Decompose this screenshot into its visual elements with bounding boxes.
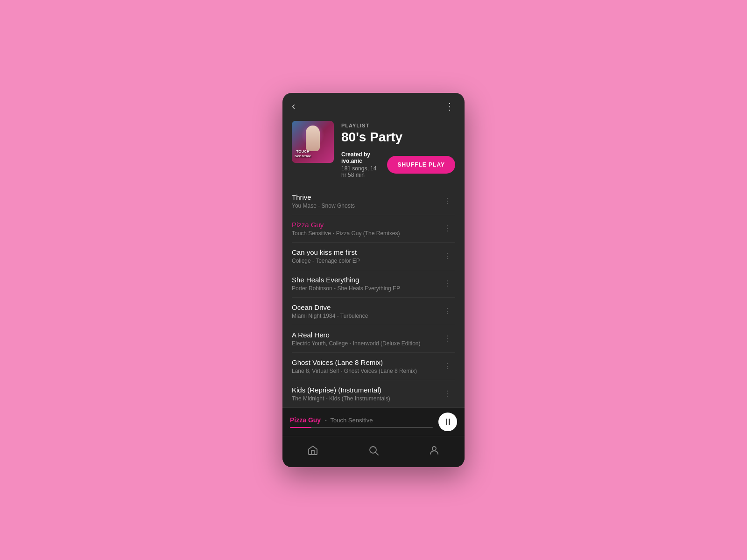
- playlist-creator-info: Created by ivo.anic 181 songs, 14 hr 58 …: [341, 151, 382, 178]
- created-by-prefix: Created by: [341, 151, 370, 158]
- playlist-info: TOUCHSensitive PLAYLIST 80's Party Creat…: [282, 116, 465, 188]
- pause-button[interactable]: [438, 413, 457, 431]
- song-subtitle: College - Teenage color EP: [292, 258, 440, 264]
- song-info: Pizza GuyTouch Sensitive - Pizza Guy (Th…: [292, 221, 440, 237]
- list-item[interactable]: She Heals EverythingPorter Robinson - Sh…: [292, 270, 455, 298]
- song-title: She Heals Everything: [292, 276, 440, 284]
- song-info: A Real HeroElectric Youth, College - Inn…: [292, 331, 440, 347]
- song-title: Ghost Voices (Lane 8 Remix): [292, 358, 440, 366]
- svg-line-1: [376, 452, 379, 455]
- song-title: Thrive: [292, 193, 440, 201]
- now-playing-bar: Pizza Guy - Touch Sensitive: [282, 407, 465, 436]
- album-art: TOUCHSensitive: [292, 121, 334, 163]
- song-count: 181 songs, 14 hr 58 min: [341, 165, 382, 178]
- song-list: ThriveYou Mase - Snow Ghosts⋮Pizza GuyTo…: [282, 188, 465, 407]
- now-playing-text: Pizza Guy - Touch Sensitive: [290, 416, 433, 424]
- more-options-button[interactable]: ⋮: [445, 104, 455, 109]
- pause-bar-left: [446, 419, 447, 425]
- song-more-button[interactable]: ⋮: [440, 390, 455, 398]
- playlist-meta: PLAYLIST 80's Party Created by ivo.anic …: [341, 121, 455, 178]
- now-playing-info: Pizza Guy - Touch Sensitive: [290, 416, 433, 428]
- list-item[interactable]: ThriveYou Mase - Snow Ghosts⋮: [292, 188, 455, 215]
- song-subtitle: Miami Night 1984 - Turbulence: [292, 313, 440, 319]
- pause-icon: [446, 419, 450, 425]
- shuffle-play-button[interactable]: SHUFFLE PLAY: [387, 156, 455, 174]
- list-item[interactable]: Pizza GuyTouch Sensitive - Pizza Guy (Th…: [292, 215, 455, 243]
- song-more-button[interactable]: ⋮: [440, 252, 455, 260]
- song-more-button[interactable]: ⋮: [440, 308, 455, 315]
- song-more-button[interactable]: ⋮: [440, 363, 455, 370]
- song-title: Kids (Reprise) (Instrumental): [292, 386, 440, 394]
- now-playing-separator: -: [325, 417, 329, 424]
- created-by: Created by ivo.anic: [341, 151, 382, 164]
- song-info: Can you kiss me firstCollege - Teenage c…: [292, 248, 440, 264]
- song-info: Ocean DriveMiami Night 1984 - Turbulence: [292, 303, 440, 319]
- song-subtitle: You Mase - Snow Ghosts: [292, 203, 440, 209]
- song-info: ThriveYou Mase - Snow Ghosts: [292, 193, 440, 209]
- list-item[interactable]: Kids (Reprise) (Instrumental)The Midnigh…: [292, 380, 455, 407]
- header: ‹ ⋮: [282, 93, 465, 116]
- list-item[interactable]: Ghost Voices (Lane 8 Remix)Lane 8, Virtu…: [292, 353, 455, 380]
- nav-search[interactable]: [359, 443, 388, 458]
- song-subtitle: Porter Robinson - She Heals Everything E…: [292, 285, 440, 292]
- song-subtitle: Lane 8, Virtual Self - Ghost Voices (Lan…: [292, 368, 440, 374]
- playlist-type-label: PLAYLIST: [341, 123, 455, 128]
- song-more-button[interactable]: ⋮: [440, 280, 455, 287]
- song-title: Pizza Guy: [292, 221, 440, 229]
- playlist-title: 80's Party: [341, 130, 455, 145]
- song-info: She Heals EverythingPorter Robinson - Sh…: [292, 276, 440, 292]
- creator-name: ivo.anic: [341, 158, 362, 164]
- song-more-button[interactable]: ⋮: [440, 335, 455, 343]
- pause-bar-right: [449, 419, 450, 425]
- song-subtitle: Touch Sensitive - Pizza Guy (The Remixes…: [292, 230, 440, 237]
- phone-frame: ‹ ⋮ TOUCHSensitive PLAYLIST 80's Party C…: [282, 93, 465, 467]
- back-button[interactable]: ‹: [292, 101, 295, 112]
- list-item[interactable]: Ocean DriveMiami Night 1984 - Turbulence…: [292, 298, 455, 325]
- list-item[interactable]: A Real HeroElectric Youth, College - Inn…: [292, 325, 455, 353]
- bottom-nav: [282, 436, 465, 467]
- song-subtitle: Electric Youth, College - Innerworld (De…: [292, 340, 440, 347]
- nav-profile[interactable]: [419, 443, 449, 458]
- song-info: Kids (Reprise) (Instrumental)The Midnigh…: [292, 386, 440, 402]
- list-item[interactable]: Can you kiss me firstCollege - Teenage c…: [292, 243, 455, 270]
- now-playing-artist: Touch Sensitive: [331, 417, 373, 424]
- song-title: Can you kiss me first: [292, 248, 440, 256]
- search-icon: [368, 445, 379, 456]
- playlist-creator-row: Created by ivo.anic 181 songs, 14 hr 58 …: [341, 151, 455, 178]
- progress-fill: [290, 427, 311, 428]
- svg-point-2: [432, 447, 436, 450]
- user-icon: [429, 445, 440, 456]
- song-title: Ocean Drive: [292, 303, 440, 311]
- song-subtitle: The Midnight - Kids (The Instrumentals): [292, 395, 440, 402]
- now-playing-title: Pizza Guy: [290, 416, 321, 424]
- progress-bar: [290, 427, 433, 428]
- song-info: Ghost Voices (Lane 8 Remix)Lane 8, Virtu…: [292, 358, 440, 374]
- home-icon: [307, 445, 318, 456]
- song-title: A Real Hero: [292, 331, 440, 339]
- song-more-button[interactable]: ⋮: [440, 225, 455, 232]
- nav-home[interactable]: [298, 443, 328, 458]
- song-more-button[interactable]: ⋮: [440, 197, 455, 205]
